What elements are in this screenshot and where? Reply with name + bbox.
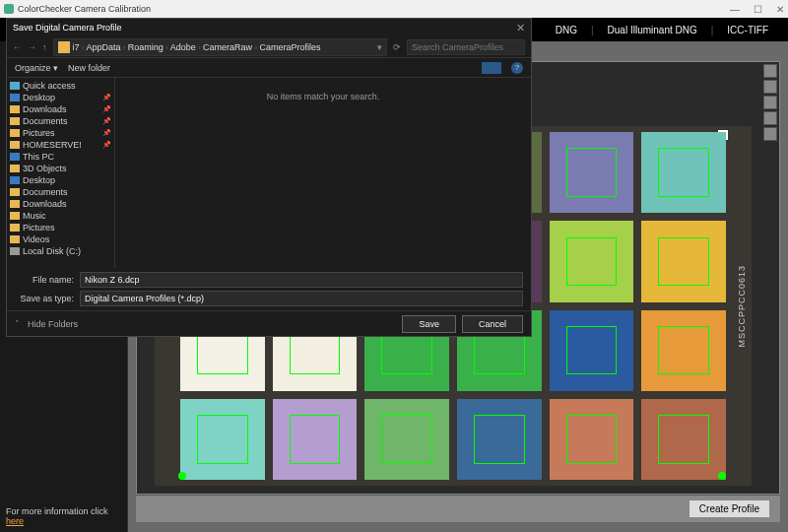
app-icon	[4, 4, 14, 14]
roi-outline	[566, 237, 617, 286]
roi-outline	[381, 415, 431, 463]
folder-icon	[10, 94, 20, 101]
forward-icon[interactable]: →	[28, 42, 36, 52]
color-patch[interactable]	[457, 399, 542, 480]
folder-icon	[10, 200, 20, 208]
folder-icon	[10, 117, 20, 125]
tree-item[interactable]: Quick access	[7, 80, 114, 92]
tree-item[interactable]: 3D Objects	[7, 163, 114, 174]
tool-button[interactable]	[763, 111, 777, 125]
tab-icc-tiff[interactable]: ICC-TIFF	[727, 25, 768, 35]
corner-marker[interactable]	[718, 130, 728, 140]
separator: |	[711, 25, 714, 35]
folder-icon	[10, 188, 20, 196]
refresh-icon[interactable]: ⟳	[393, 42, 401, 52]
tab-dng[interactable]: DNG	[556, 25, 577, 35]
folder-icon	[58, 41, 70, 53]
color-patch[interactable]	[641, 132, 726, 213]
folder-tree[interactable]: Quick accessDesktop📌Downloads📌Documents📌…	[7, 78, 115, 268]
maximize-button[interactable]: ☐	[754, 4, 762, 15]
roi-outline	[658, 326, 708, 374]
help-icon[interactable]: ?	[511, 62, 523, 74]
hide-folders-button[interactable]: Hide Folders	[28, 319, 78, 329]
roi-outline	[566, 326, 617, 374]
folder-icon	[10, 247, 20, 255]
file-list: No items match your search.	[115, 78, 531, 268]
info-footer: For more information click here	[0, 500, 127, 532]
info-link[interactable]: here	[6, 516, 24, 526]
close-button[interactable]: ✕	[776, 4, 784, 15]
separator: |	[591, 25, 594, 35]
folder-icon	[10, 176, 20, 184]
color-patch[interactable]	[550, 132, 634, 213]
tool-button[interactable]	[763, 64, 777, 78]
folder-icon	[10, 82, 20, 90]
tree-item[interactable]: Pictures📌	[7, 127, 114, 139]
chevron-up-icon[interactable]: ˄	[15, 319, 20, 329]
new-folder-button[interactable]: New folder	[68, 63, 110, 73]
tool-button[interactable]	[763, 80, 777, 94]
color-patch[interactable]	[641, 221, 726, 301]
search-input[interactable]: Search CameraProfiles	[407, 39, 525, 55]
color-patch[interactable]	[641, 310, 726, 391]
view-button[interactable]	[482, 62, 501, 74]
tree-item[interactable]: Documents	[7, 186, 114, 198]
save-button[interactable]: Save	[402, 315, 456, 333]
color-patch[interactable]	[273, 399, 358, 480]
folder-icon	[10, 165, 20, 172]
tree-item[interactable]: Pictures	[7, 222, 114, 233]
create-profile-button[interactable]: Create Profile	[689, 499, 770, 518]
color-patch[interactable]	[550, 310, 634, 391]
roi-outline	[658, 415, 708, 463]
folder-icon	[10, 212, 20, 220]
minimize-button[interactable]: —	[730, 4, 740, 15]
tab-dual-dng[interactable]: Dual Illuminant DNG	[608, 25, 697, 35]
roi-outline	[290, 415, 340, 463]
app-titlebar: ColorChecker Camera Calibration — ☐ ✕	[0, 0, 788, 18]
color-patch[interactable]	[180, 399, 265, 480]
tree-item[interactable]: Documents📌	[7, 115, 114, 127]
up-icon[interactable]: ↑	[42, 42, 47, 52]
dialog-close-icon[interactable]: ✕	[516, 22, 525, 34]
tree-item[interactable]: Music	[7, 210, 114, 222]
bottom-bar: Create Profile	[136, 495, 780, 522]
tree-item[interactable]: Downloads📌	[7, 103, 114, 115]
tree-item[interactable]: Desktop📌	[7, 92, 114, 103]
canvas-tools	[763, 64, 777, 141]
color-patch[interactable]	[641, 399, 726, 480]
folder-icon	[10, 129, 20, 137]
roi-outline	[566, 148, 617, 196]
color-patch[interactable]	[364, 399, 449, 480]
corner-handle[interactable]	[178, 472, 186, 480]
color-patch[interactable]	[550, 221, 634, 301]
saveas-select[interactable]: Digital Camera Profiles (*.dcp)	[80, 291, 523, 306]
saveas-label: Save as type:	[15, 294, 74, 303]
roi-outline	[566, 415, 617, 463]
filename-input[interactable]: Nikon Z 6.dcp	[80, 272, 523, 288]
organize-menu[interactable]: Organize ▾	[15, 63, 58, 73]
tree-item[interactable]: HOMESERVE!📌	[7, 139, 114, 151]
tool-button[interactable]	[763, 127, 777, 141]
tool-button[interactable]	[763, 96, 777, 109]
roi-outline	[197, 415, 247, 463]
dialog-title: Save Digital Camera Profile	[13, 23, 122, 33]
tree-item[interactable]: This PC	[7, 151, 114, 163]
tree-item[interactable]: Local Disk (C:)	[7, 245, 114, 257]
serial-label: MSCCPPCC0613	[732, 126, 752, 486]
tree-item[interactable]: Videos	[7, 233, 114, 245]
tree-item[interactable]: Downloads	[7, 198, 114, 210]
cancel-button[interactable]: Cancel	[462, 315, 523, 333]
color-patch[interactable]	[550, 399, 634, 480]
folder-icon	[10, 153, 20, 161]
folder-icon	[10, 105, 20, 113]
filename-label: File name:	[15, 275, 74, 285]
back-icon[interactable]: ←	[13, 42, 22, 52]
app-title: ColorChecker Camera Calibration	[18, 4, 151, 14]
tree-item[interactable]: Desktop	[7, 174, 114, 186]
corner-handle[interactable]	[718, 472, 726, 480]
folder-icon	[10, 141, 20, 149]
breadcrumb[interactable]: i7 › AppData › Roaming › Adobe › CameraR…	[53, 38, 388, 56]
roi-outline	[474, 415, 524, 463]
roi-outline	[658, 237, 708, 286]
folder-icon	[10, 235, 20, 243]
